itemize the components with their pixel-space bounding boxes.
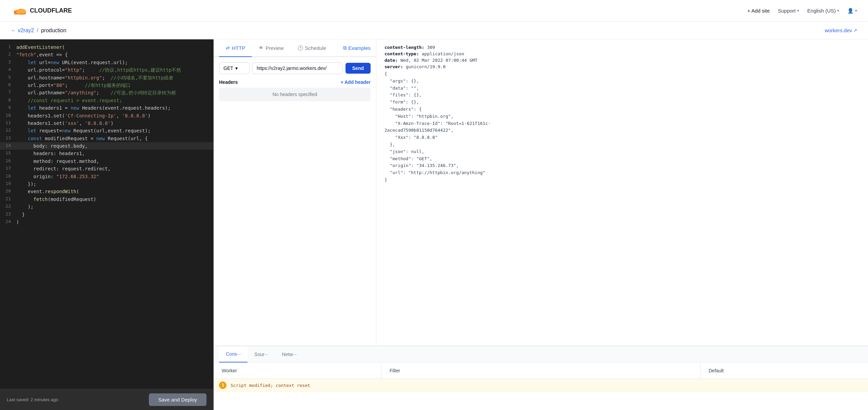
response-panel: content-length: 309 content-type: applic…: [376, 39, 868, 410]
console-log-line: 3 Script modified; context reset: [376, 379, 868, 392]
save-and-deploy-button[interactable]: Save and Deploy: [149, 393, 206, 406]
sub-navigation: ← v2ray2 / production workers.dev ↗: [0, 22, 868, 39]
filter-input[interactable]: Filter: [381, 362, 701, 379]
url-row: GET ▾ Send: [219, 62, 371, 74]
user-chevron-icon: ▾: [855, 8, 857, 13]
headers-label-text: Headers: [219, 79, 238, 85]
tab-preview[interactable]: 👁 Preview: [252, 39, 290, 57]
http-tab-icon: ⇄: [226, 45, 230, 51]
language-chevron-icon: ▾: [837, 8, 839, 13]
url-input[interactable]: [252, 62, 343, 74]
code-line-4: 4 url.protocol="http"; //协议,http或https,建…: [0, 66, 213, 74]
code-editor-panel: 1 addEventListener( 2 "fetch",event => {…: [0, 39, 214, 410]
cloudflare-logo[interactable]: CLOUDFLARE: [11, 6, 72, 16]
resp-header-content-type: content-type: application/json: [384, 51, 860, 56]
examples-link[interactable]: ⧉ Examples: [343, 45, 371, 51]
method-value: GET: [223, 66, 233, 71]
nav-right: + Add site Support ▾ English (US) ▾ 👤 ▾: [747, 8, 857, 14]
code-line-1: 1 addEventListener(: [0, 43, 213, 51]
code-line-18: 18 origin: "172.68.253.32": [0, 173, 213, 180]
code-line-3: 3 let url=new URL(event.request.url);: [0, 59, 213, 66]
preview-tab-icon: 👁: [259, 45, 263, 51]
http-tabs: ⇄ HTTP 👁 Preview 🕐 Schedule ⧉ Examples: [214, 39, 376, 57]
examples-icon: ⧉: [343, 45, 347, 51]
user-icon: 👤: [847, 8, 854, 14]
logo-text: CLOUDFLARE: [30, 7, 72, 14]
breadcrumb: ← v2ray2 / production: [11, 27, 66, 34]
cf-logo-icon: [11, 6, 27, 16]
external-link-icon: ↗: [853, 28, 857, 33]
resp-header-content-length: content-length: 309: [384, 45, 860, 50]
code-line-20: 20 event.respondWith(: [0, 188, 213, 195]
method-chevron-icon: ▾: [235, 66, 238, 71]
code-line-14: 14 body: request.body,: [0, 142, 213, 150]
bottom-tabs-bar: Cons··· Sour··· Netw···: [376, 346, 868, 362]
tab-schedule-label: Schedule: [305, 45, 327, 51]
headers-section: Headers + Add header No headers specifie…: [219, 79, 371, 101]
tab-http-label: HTTP: [232, 45, 245, 51]
code-line-15: 15 headers: headers1,: [0, 150, 213, 157]
breadcrumb-separator: /: [37, 27, 38, 34]
editor-footer: Last saved: 2 minutes ago Save and Deplo…: [0, 389, 213, 410]
no-headers-message: No headers specified: [219, 88, 371, 101]
support-menu[interactable]: Support ▾: [778, 8, 799, 14]
code-line-7: 7 url.pathname="/anything"; //可选,把小鸡特定目录…: [0, 89, 213, 96]
code-line-10: 10 headers1.set('Cf-Connecting-Ip', '8.8…: [0, 112, 213, 119]
breadcrumb-current: production: [41, 27, 66, 34]
code-line-17: 17 redirect: request.redirect,: [0, 165, 213, 172]
code-line-21: 21 fetch(modifiedRequest): [0, 195, 213, 203]
tab-preview-label: Preview: [265, 45, 283, 51]
code-line-22: 22 );: [0, 203, 213, 210]
code-line-23: 23 }: [0, 211, 213, 218]
code-editor-content[interactable]: 1 addEventListener( 2 "fetch",event => {…: [0, 39, 213, 389]
add-header-button[interactable]: + Add header: [340, 79, 371, 85]
resp-header-date: date: Wed, 02 Mar 2022 07:00:44 GMT: [384, 58, 860, 63]
tab-schedule[interactable]: 🕐 Schedule: [291, 39, 333, 57]
last-saved-label: Last saved: 2 minutes ago: [7, 397, 58, 402]
console-filter-row: Worker Filter Default: [376, 362, 868, 379]
method-select[interactable]: GET ▾: [219, 62, 250, 74]
code-line-24: 24 ): [0, 218, 213, 226]
code-line-19: 19 });: [0, 180, 213, 188]
nav-left: CLOUDFLARE: [11, 6, 72, 16]
svg-point-4: [16, 10, 22, 14]
response-headers: content-length: 309 content-type: applic…: [384, 45, 860, 69]
top-navigation: CLOUDFLARE + Add site Support ▾ English …: [0, 0, 868, 22]
schedule-tab-icon: 🕐: [297, 45, 303, 51]
code-line-2: 2 "fetch",event => {: [0, 51, 213, 58]
filter-worker: Worker: [376, 362, 381, 379]
filter-default: Default: [701, 362, 868, 379]
main-area: 1 addEventListener( 2 "fetch",event => {…: [0, 39, 868, 410]
code-line-16: 16 method: request.method,: [0, 157, 213, 165]
breadcrumb-back-link[interactable]: ← v2ray2: [11, 27, 34, 34]
response-body: { "args": {}, "data": "", "files": {}, "…: [384, 71, 860, 184]
code-line-13: 13 const modifiedRequest = new Request(u…: [0, 135, 213, 142]
code-line-11: 11 headers1.set('xxx', '8.8.8.8'): [0, 119, 213, 127]
code-line-6: 6 url.port="80"; //有http服务的端口: [0, 81, 213, 89]
bottom-panel: Cons··· Sour··· Netw··· Worker Filter De…: [376, 346, 868, 410]
add-site-button[interactable]: + Add site: [747, 8, 770, 14]
support-chevron-icon: ▾: [797, 8, 799, 13]
code-line-12: 12 let request=new Request(url,event.req…: [0, 127, 213, 134]
code-line-9: 9 let headers1 = new Headers(event.reque…: [0, 104, 213, 112]
send-button[interactable]: Send: [346, 63, 371, 74]
workers-dev-link[interactable]: workers.dev ↗: [825, 27, 857, 33]
resp-header-server: server: gunicorn/19.9.0: [384, 64, 860, 69]
code-line-5: 5 url.hostname="httpbin.org"; //小鸡域名,不要加…: [0, 74, 213, 81]
tab-http[interactable]: ⇄ HTTP: [219, 39, 252, 57]
language-menu[interactable]: English (US) ▾: [807, 8, 839, 14]
code-line-8: 8 //const request1 = event.request;: [0, 97, 213, 104]
user-menu[interactable]: 👤 ▾: [847, 8, 857, 14]
